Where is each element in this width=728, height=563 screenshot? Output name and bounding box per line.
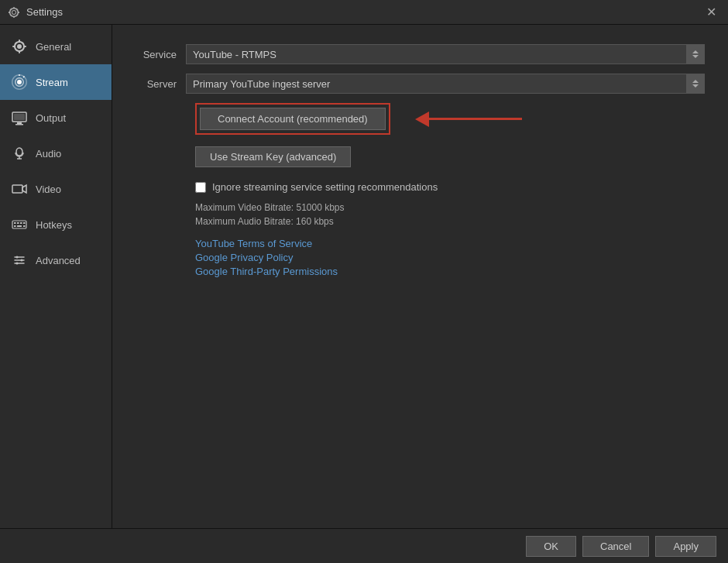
content-area: Service YouTube - RTMPS Server Primary Y… [112, 25, 728, 563]
ignore-recommendations-row: Ignore streaming service setting recomme… [195, 181, 705, 193]
sidebar-output-label: Output [36, 112, 66, 124]
svg-rect-19 [17, 225, 22, 227]
arrow-head [415, 112, 429, 127]
arrow-annotation [416, 112, 522, 127]
svg-rect-17 [23, 222, 26, 224]
sidebar-advanced-label: Advanced [36, 255, 81, 266]
sidebar-general-label: General [36, 41, 71, 53]
svg-rect-14 [14, 222, 16, 224]
stream-key-button[interactable]: Use Stream Key (advanced) [195, 146, 351, 167]
server-select[interactable]: Primary YouTube ingest server [186, 74, 705, 94]
ignore-recommendations-label: Ignore streaming service setting recomme… [212, 181, 438, 193]
svg-rect-7 [15, 124, 23, 125]
arrow-line [429, 118, 522, 120]
sidebar-audio-label: Audio [36, 148, 61, 160]
sidebar-item-video[interactable]: Video [0, 171, 112, 207]
svg-rect-11 [12, 185, 22, 193]
connect-account-button[interactable]: Connect Account (recommended) [200, 108, 386, 130]
service-label: Service [136, 49, 186, 60]
svg-rect-15 [17, 222, 19, 224]
video-icon [11, 180, 28, 197]
svg-point-1 [17, 80, 22, 84]
google-third-party-link[interactable]: Google Third-Party Permissions [195, 266, 705, 277]
server-label: Server [136, 78, 186, 90]
general-icon [11, 38, 28, 55]
sidebar-item-advanced[interactable]: Advanced [0, 242, 112, 278]
bottom-bar: OK Cancel Apply [0, 528, 728, 563]
links-section: YouTube Terms of Service Google Privacy … [195, 238, 705, 277]
apply-button[interactable]: Apply [655, 536, 716, 557]
stream-icon [11, 74, 28, 91]
connect-highlight-box: Connect Account (recommended) [195, 103, 390, 135]
youtube-terms-link[interactable]: YouTube Terms of Service [195, 238, 705, 249]
google-privacy-link[interactable]: Google Privacy Policy [195, 252, 705, 263]
svg-rect-13 [12, 221, 26, 228]
svg-rect-6 [17, 122, 22, 124]
window-title: Settings [26, 6, 63, 18]
service-select[interactable]: YouTube - RTMPS [186, 44, 705, 64]
sidebar-item-general[interactable]: General [0, 29, 112, 64]
sidebar-item-output[interactable]: Output [0, 100, 112, 136]
sidebar-item-audio[interactable]: Audio [0, 136, 112, 171]
svg-rect-16 [20, 222, 22, 224]
svg-rect-18 [14, 225, 16, 227]
close-button[interactable]: ✕ [702, 3, 720, 22]
svg-point-23 [16, 263, 19, 265]
cancel-button[interactable]: Cancel [582, 536, 649, 557]
sidebar-hotkeys-label: Hotkeys [36, 219, 72, 231]
svg-line-3 [23, 77, 25, 78]
sidebar: General Stream [0, 25, 112, 563]
stream-key-section: Use Stream Key (advanced) [195, 146, 705, 167]
audio-icon [11, 145, 28, 162]
connect-section: Connect Account (recommended) [195, 103, 705, 135]
sidebar-item-stream[interactable]: Stream [0, 64, 112, 100]
service-select-wrapper: YouTube - RTMPS [186, 44, 705, 64]
hotkeys-icon [11, 216, 28, 233]
svg-rect-20 [23, 225, 26, 227]
sidebar-item-hotkeys[interactable]: Hotkeys [0, 207, 112, 242]
ok-button[interactable]: OK [526, 536, 576, 557]
output-icon [11, 109, 28, 126]
svg-rect-5 [14, 114, 25, 120]
settings-icon [8, 6, 20, 19]
sidebar-video-label: Video [36, 184, 61, 195]
advanced-icon [11, 252, 28, 269]
main-layout: General Stream [0, 25, 728, 563]
sidebar-stream-label: Stream [36, 77, 68, 88]
max-audio-bitrate: Maximum Audio Bitrate: 160 kbps [195, 216, 705, 227]
service-row: Service YouTube - RTMPS [136, 44, 705, 64]
svg-point-8 [16, 148, 22, 156]
ignore-recommendations-checkbox[interactable] [195, 182, 206, 193]
server-select-wrapper: Primary YouTube ingest server [186, 74, 705, 94]
svg-point-21 [16, 256, 19, 259]
server-row: Server Primary YouTube ingest server [136, 74, 705, 94]
svg-point-0 [17, 44, 22, 49]
max-video-bitrate: Maximum Video Bitrate: 51000 kbps [195, 202, 705, 213]
svg-point-22 [21, 259, 23, 262]
title-bar: Settings ✕ [0, 0, 728, 25]
